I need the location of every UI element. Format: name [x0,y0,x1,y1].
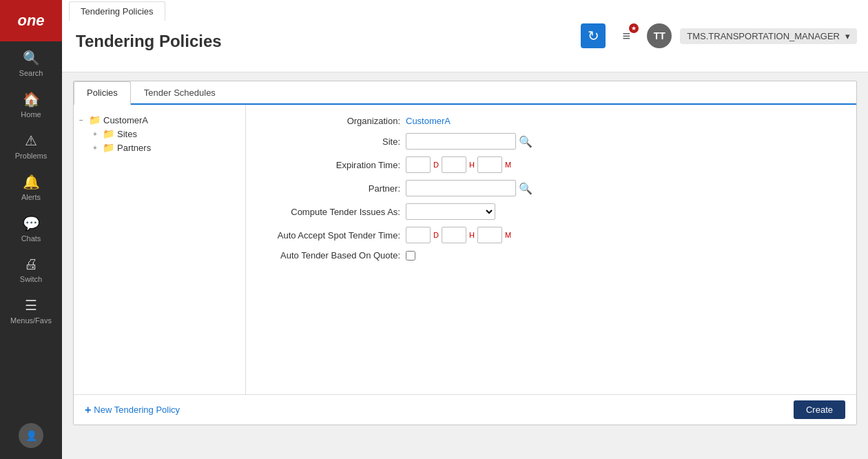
site-search-icon[interactable]: 🔍 [519,135,533,148]
main-content: Tendering Policies Tendering Policies ↻ … [62,0,868,459]
page-tab[interactable]: Tendering Policies [69,1,165,21]
auto-accept-h-input[interactable] [442,227,466,243]
sidebar-item-chats[interactable]: 💬 Chats [0,207,62,248]
sidebar-item-home[interactable]: 🏠 Home [0,83,62,124]
search-icon: 🔍 [23,50,40,66]
tree-node-customerA[interactable]: − 📁 CustomerA [79,113,240,127]
switch-icon: 🖨 [24,256,38,272]
problems-icon: ⚠ [25,132,37,149]
chats-icon: 💬 [23,215,40,232]
page-title: Tendering Policies [62,21,236,62]
menus-icon: ☰ [25,297,37,314]
auto-accept-time-group: D H M [406,227,511,243]
create-button[interactable]: Create [794,400,845,419]
tree-toggle-sites: + [93,130,103,138]
auto-tender-checkbox[interactable] [406,251,415,261]
expiration-time-group: D H M [406,156,511,173]
tree-label-partners: Partners [117,143,151,153]
compute-select[interactable] [406,203,495,220]
expiration-d-input[interactable] [406,156,431,173]
sidebar-item-menus[interactable]: ☰ Menus/Favs [0,289,62,330]
create-button-label: Create [806,405,833,415]
auto-accept-d-input[interactable] [406,227,431,243]
sidebar-label-alerts: Alerts [21,193,41,201]
menu-badge: ★ [629,23,639,33]
avatar-text: TT [654,30,665,41]
new-link-label: New Tendering Policy [94,405,180,415]
tab-tender-schedules[interactable]: Tender Schedules [131,81,229,103]
partner-input[interactable] [406,180,516,196]
tab-policies[interactable]: Policies [74,81,131,105]
auto-tender-label: Auto Tender Based On Quote: [262,250,400,261]
site-label: Site: [262,136,400,147]
expiration-h-input[interactable] [442,156,466,173]
tab-bar: Tendering Policies Tendering Policies [62,0,570,72]
tab-tender-schedules-label: Tender Schedules [144,88,216,98]
auto-accept-m-unit: M [505,231,511,239]
topbar-right: ↻ ≡ ★ TT TMS.TRANSPORTATION_MANAGER ▾ [570,0,868,72]
sidebar-item-user[interactable]: 👤 [0,415,62,459]
sidebar-label-switch: Switch [20,275,42,283]
panel-body: − 📁 CustomerA + 📁 Sites + 📁 Partners [74,105,856,394]
partner-search-icon[interactable]: 🔍 [519,182,533,195]
bottom-bar: + New Tendering Policy Create [74,394,856,425]
partner-label: Partner: [262,183,400,194]
auto-accept-label: Auto Accept Spot Tender Time: [262,230,400,241]
tree-panel: − 📁 CustomerA + 📁 Sites + 📁 Partners [74,105,246,394]
app-logo[interactable]: one [0,0,62,41]
auto-accept-d-unit: D [433,231,439,239]
form-row-compute: Compute Tender Issues As: [262,203,840,220]
content-panel: Policies Tender Schedules − 📁 CustomerA [73,81,857,425]
expiration-label: Expiration Time: [262,160,400,170]
user-avatar-sidebar: 👤 [19,423,43,448]
new-link-icon: + [85,404,91,416]
tree-toggle-customerA: − [79,116,89,124]
form-row-auto-accept: Auto Accept Spot Tender Time: D H M [262,227,840,243]
sidebar-item-search[interactable]: 🔍 Search [0,41,62,83]
topbar: Tendering Policies Tendering Policies ↻ … [62,0,868,72]
refresh-button[interactable]: ↻ [581,23,606,48]
tree-node-sites[interactable]: + 📁 Sites [93,127,240,141]
auto-accept-h-unit: H [469,231,475,239]
sidebar-item-problems[interactable]: ⚠ Problems [0,124,62,165]
form-panel: Organization: CustomerA Site: 🔍 Expirati [246,105,856,394]
username-label: TMS.TRANSPORTATION_MANAGER [687,31,840,41]
form-row-partner: Partner: 🔍 [262,180,840,196]
menu-button[interactable]: ≡ ★ [614,23,639,48]
sidebar-label-search: Search [19,69,43,77]
organization-value: CustomerA [406,116,451,126]
sidebar-label-problems: Problems [15,152,47,160]
sidebar: one 🔍 Search 🏠 Home ⚠ Problems 🔔 Alerts … [0,0,62,459]
form-row-site: Site: 🔍 [262,133,840,150]
folder-icon-sites: 📁 [103,128,114,139]
home-icon: 🏠 [23,91,40,108]
expiration-d-unit: D [433,161,439,169]
organization-label: Organization: [262,116,400,126]
site-input[interactable] [406,133,516,150]
tab-policies-label: Policies [87,88,118,98]
expiration-m-unit: M [505,161,511,169]
alerts-icon: 🔔 [23,174,40,190]
sidebar-label-home: Home [21,110,41,119]
form-row-organization: Organization: CustomerA [262,116,840,126]
tree-label-sites: Sites [117,129,137,139]
content-area: Policies Tender Schedules − 📁 CustomerA [62,72,868,459]
form-row-auto-tender: Auto Tender Based On Quote: [262,250,840,261]
tree-node-partners[interactable]: + 📁 Partners [93,141,240,154]
sidebar-item-alerts[interactable]: 🔔 Alerts [0,165,62,207]
folder-icon-customerA: 📁 [89,114,101,125]
refresh-icon: ↻ [588,28,599,44]
partner-input-group: 🔍 [406,180,533,196]
sidebar-label-menus: Menus/Favs [10,316,52,325]
folder-icon-partners: 📁 [103,142,114,153]
expiration-m-input[interactable] [477,156,502,173]
dropdown-arrow-icon: ▾ [845,31,850,41]
avatar-button[interactable]: TT [647,23,672,48]
expiration-h-unit: H [469,161,475,169]
logo-text: one [17,12,44,30]
tree-label-customerA: CustomerA [103,115,148,125]
user-dropdown[interactable]: TMS.TRANSPORTATION_MANAGER ▾ [680,28,857,44]
new-tendering-policy-link[interactable]: + New Tendering Policy [85,404,180,416]
sidebar-item-switch[interactable]: 🖨 Switch [0,248,62,289]
auto-accept-m-input[interactable] [477,227,502,243]
